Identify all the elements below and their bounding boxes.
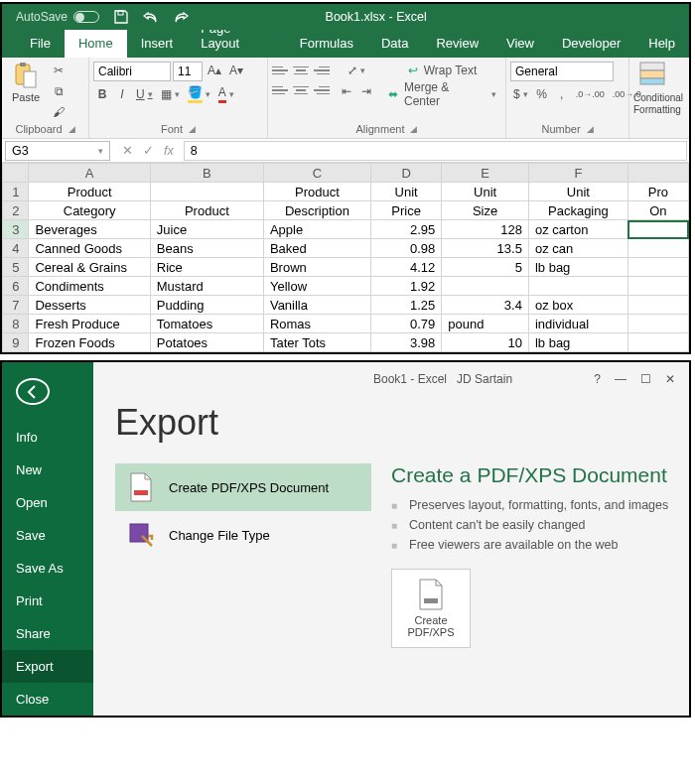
cell[interactable]: 4.12 — [370, 258, 441, 277]
create-pdf-xps-button[interactable]: Create PDF/XPS — [391, 569, 471, 648]
tab-insert[interactable]: Insert — [127, 30, 188, 58]
cell[interactable]: Condiments — [29, 277, 150, 296]
table-row[interactable]: 5Cereal & GrainsRiceBrown4.125lb bag — [3, 258, 689, 277]
table-row[interactable]: 4Canned GoodsBeansBaked0.9813.5oz can — [3, 239, 689, 258]
cell[interactable] — [627, 296, 688, 315]
column-header[interactable]: E — [442, 164, 529, 183]
dialog-launcher-icon[interactable]: ◢ — [587, 124, 594, 134]
backstage-item-info[interactable]: Info — [2, 421, 93, 454]
backstage-item-share[interactable]: Share — [2, 617, 93, 650]
row-header[interactable]: 1 — [3, 183, 29, 201]
cell[interactable]: Unit — [442, 183, 529, 201]
tab-data[interactable]: Data — [367, 30, 422, 58]
cell[interactable]: 5 — [442, 258, 529, 277]
table-row[interactable]: 6CondimentsMustardYellow1.92 — [3, 277, 689, 296]
increase-font-icon[interactable]: A▴ — [205, 62, 224, 79]
dialog-launcher-icon[interactable]: ◢ — [189, 124, 196, 134]
dialog-launcher-icon[interactable]: ◢ — [69, 124, 75, 134]
decrease-indent-icon[interactable]: ⇤ — [338, 82, 355, 100]
copy-icon[interactable]: ⧉ — [50, 82, 68, 100]
cell[interactable]: Product — [263, 183, 370, 201]
column-header[interactable]: F — [528, 164, 627, 183]
undo-icon[interactable] — [143, 9, 159, 25]
cell[interactable]: Category — [29, 201, 150, 220]
fill-color-button[interactable]: 🪣 — [185, 85, 213, 103]
underline-button[interactable]: U — [133, 85, 156, 103]
cell[interactable] — [150, 183, 263, 201]
accounting-format-button[interactable]: $ — [510, 85, 531, 103]
bold-button[interactable]: B — [93, 85, 111, 103]
percent-button[interactable]: % — [533, 85, 551, 103]
autosave-toggle[interactable]: AutoSave — [2, 10, 99, 24]
tab-formulas[interactable]: Formulas — [286, 30, 367, 58]
row-header[interactable]: 4 — [3, 239, 29, 258]
tab-developer[interactable]: Developer — [548, 30, 634, 58]
wrap-text-button[interactable]: ↩ Wrap Text — [383, 62, 501, 79]
table-row[interactable]: 9Frozen FoodsPotatoesTater Tots3.9810lb … — [3, 333, 689, 352]
cell[interactable]: lb bag — [528, 333, 627, 352]
cell[interactable]: Beans — [150, 239, 263, 258]
column-header[interactable] — [627, 164, 688, 183]
cell[interactable]: pound — [442, 315, 529, 333]
backstage-item-export[interactable]: Export — [2, 650, 93, 683]
cell[interactable]: 13.5 — [442, 239, 529, 258]
backstage-item-save-as[interactable]: Save As — [2, 552, 93, 585]
formula-input[interactable]: 8 — [184, 141, 687, 161]
cell[interactable]: Apple — [263, 220, 370, 239]
cell[interactable]: Juice — [150, 220, 263, 239]
fx-icon[interactable]: fx — [164, 144, 174, 158]
increase-decimal-icon[interactable]: .0→.00 — [573, 85, 608, 103]
font-name-input[interactable] — [93, 62, 171, 81]
conditional-formatting-button[interactable]: Conditional Formatting — [633, 62, 673, 115]
cell[interactable]: Description — [263, 201, 370, 220]
table-row[interactable]: 2CategoryProductDescriptionPriceSizePack… — [3, 201, 689, 220]
cell[interactable] — [442, 277, 529, 296]
backstage-item-save[interactable]: Save — [2, 519, 93, 552]
save-icon[interactable] — [113, 9, 129, 25]
column-header[interactable]: A — [29, 164, 150, 183]
format-painter-icon[interactable]: 🖌 — [50, 103, 68, 121]
cell[interactable]: Romas — [263, 315, 370, 333]
cell[interactable]: Desserts — [29, 296, 150, 315]
tab-review[interactable]: Review — [422, 30, 492, 58]
cell[interactable]: Fresh Produce — [29, 315, 150, 333]
cell[interactable]: 3.98 — [370, 333, 441, 352]
comma-style-button[interactable]: , — [553, 85, 571, 103]
cell[interactable]: oz can — [528, 239, 627, 258]
cell[interactable]: oz box — [528, 296, 627, 315]
cell[interactable]: Yellow — [263, 277, 370, 296]
option-create-pdf-xps[interactable]: Create PDF/XPS Document — [115, 463, 371, 511]
tab-file[interactable]: File — [16, 30, 65, 58]
cell[interactable]: 3.4 — [442, 296, 529, 315]
cancel-formula-icon[interactable]: ✕ — [122, 143, 133, 158]
cell[interactable]: oz carton — [528, 220, 627, 239]
row-header[interactable]: 8 — [3, 315, 29, 333]
cell[interactable]: Beverages — [29, 220, 150, 239]
cell[interactable]: Potatoes — [150, 333, 263, 352]
row-header[interactable]: 9 — [3, 333, 29, 352]
cell[interactable] — [627, 258, 688, 277]
column-header[interactable]: C — [263, 164, 370, 183]
minimize-icon[interactable]: — — [615, 372, 626, 386]
option-change-file-type[interactable]: Change File Type — [115, 511, 371, 559]
table-row[interactable]: 7DessertsPuddingVanilla1.253.4oz box — [3, 296, 689, 315]
cell[interactable]: Unit — [528, 183, 627, 201]
help-icon[interactable]: ? — [594, 372, 601, 386]
increase-indent-icon[interactable]: ⇥ — [357, 82, 375, 100]
cell[interactable]: Pudding — [150, 296, 263, 315]
backstage-item-print[interactable]: Print — [2, 585, 93, 617]
italic-button[interactable]: I — [113, 85, 131, 103]
redo-icon[interactable] — [173, 9, 189, 25]
cell[interactable]: Price — [370, 201, 441, 220]
cell[interactable]: On — [627, 201, 688, 220]
maximize-icon[interactable]: ☐ — [640, 372, 651, 386]
enter-formula-icon[interactable]: ✓ — [143, 143, 154, 158]
cell[interactable]: Mustard — [150, 277, 263, 296]
worksheet-grid[interactable]: ABCDEF 1ProductProductUnitUnitUnitPro2Ca… — [2, 163, 689, 352]
cell[interactable]: 0.79 — [370, 315, 441, 333]
backstage-item-new[interactable]: New — [2, 454, 93, 486]
cell[interactable]: Frozen Foods — [29, 333, 150, 352]
table-row[interactable]: 3BeveragesJuiceApple2.95128oz carton — [3, 220, 689, 239]
cell[interactable]: Product — [150, 201, 263, 220]
cell[interactable]: Vanilla — [263, 296, 370, 315]
